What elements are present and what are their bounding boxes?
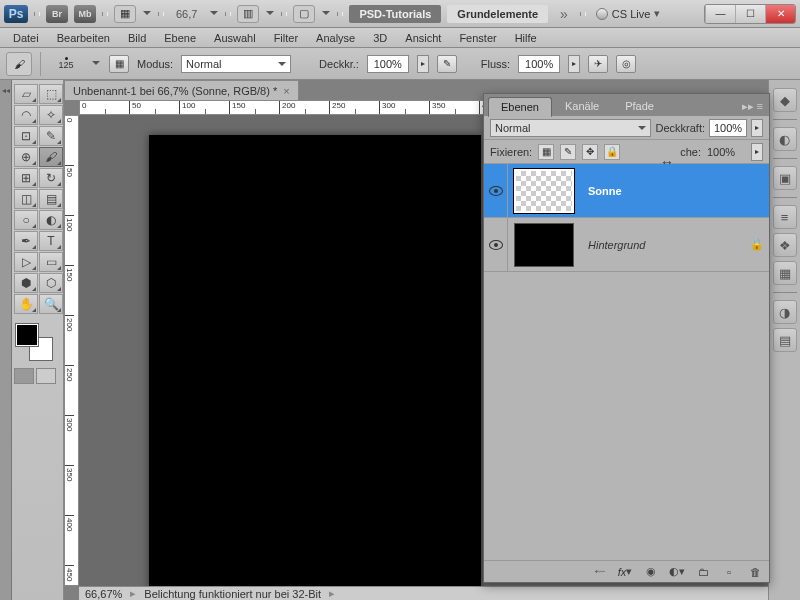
- bridge-btn[interactable]: Br: [46, 5, 68, 23]
- menu-bearbeiten[interactable]: Bearbeiten: [48, 30, 119, 46]
- layer-thumbnail[interactable]: [514, 169, 574, 213]
- fill-arrow[interactable]: ▸: [751, 143, 763, 161]
- menu-filter[interactable]: Filter: [265, 30, 307, 46]
- flow-arrow[interactable]: ▸: [568, 55, 580, 73]
- close-tab-icon[interactable]: ×: [283, 85, 289, 97]
- opacity-arrow[interactable]: ▸: [417, 55, 429, 73]
- layer-fx-icon[interactable]: fx▾: [617, 565, 633, 579]
- tool-move[interactable]: ▱: [14, 84, 38, 104]
- document-tab[interactable]: Unbenannt-1 bei 66,7% (Sonne, RGB/8) *×: [64, 80, 299, 100]
- menu-analyse[interactable]: Analyse: [307, 30, 364, 46]
- screenmode-btn[interactable]: ▢: [293, 5, 315, 23]
- standard-mode-btn[interactable]: [14, 368, 34, 384]
- tool-path[interactable]: ▷: [14, 252, 38, 272]
- tool-3d[interactable]: ⬢: [14, 273, 38, 293]
- menu-ebene[interactable]: Ebene: [155, 30, 205, 46]
- tool-shape[interactable]: ▭: [39, 252, 63, 272]
- layer-row[interactable]: Sonne: [484, 164, 769, 218]
- ruler-vertical[interactable]: 050100150200250300350400450: [64, 115, 79, 586]
- brush-panel-btn[interactable]: ▦: [109, 55, 129, 73]
- tool-lasso[interactable]: ◠: [14, 105, 38, 125]
- dock-adjustments-icon[interactable]: ≡: [773, 205, 797, 229]
- mode-select[interactable]: Normal: [181, 55, 291, 73]
- layer-group-icon[interactable]: 🗀: [695, 565, 711, 579]
- tool-eyedrop[interactable]: ✎: [39, 126, 63, 146]
- tab-pfade[interactable]: Pfade: [612, 96, 667, 116]
- tool-heal[interactable]: ⊕: [14, 147, 38, 167]
- menu-datei[interactable]: Datei: [4, 30, 48, 46]
- workspace-tab-2[interactable]: Grundelemente: [447, 5, 548, 23]
- menu-bild[interactable]: Bild: [119, 30, 155, 46]
- view-extras-btn[interactable]: ▦: [114, 5, 136, 23]
- zoom-display[interactable]: 66,7: [170, 8, 203, 20]
- dock-styles-icon[interactable]: ❖: [773, 233, 797, 257]
- dock-bw-icon[interactable]: ◑: [773, 300, 797, 324]
- lock-transparent-icon[interactable]: ▦: [538, 144, 554, 160]
- layer-visibility-icon[interactable]: [484, 218, 508, 271]
- blend-mode-select[interactable]: Normal: [490, 119, 651, 137]
- delete-layer-icon[interactable]: 🗑: [747, 565, 763, 579]
- tool-dodge[interactable]: ◐: [39, 210, 63, 230]
- layer-opacity-arrow[interactable]: ▸: [751, 119, 763, 137]
- opacity-input[interactable]: 100%: [367, 55, 409, 73]
- layer-name[interactable]: Sonne: [580, 185, 769, 197]
- tool-type[interactable]: T: [39, 231, 63, 251]
- tablet-pressure-btn[interactable]: ◎: [616, 55, 636, 73]
- dock-color-icon[interactable]: ◐: [773, 127, 797, 151]
- tool-history[interactable]: ↻: [39, 168, 63, 188]
- layer-thumbnail[interactable]: [514, 223, 574, 267]
- arrange-dropdown[interactable]: [265, 5, 275, 23]
- tool-crop[interactable]: ⊡: [14, 126, 38, 146]
- lock-position-icon[interactable]: ✥: [582, 144, 598, 160]
- maximize-btn[interactable]: ☐: [735, 5, 765, 23]
- minibridge-btn[interactable]: Mb: [74, 5, 96, 23]
- tool-blur[interactable]: ○: [14, 210, 38, 230]
- menu-ansicht[interactable]: Ansicht: [396, 30, 450, 46]
- layer-name[interactable]: Hintergrund: [580, 239, 745, 251]
- screenmode-dropdown[interactable]: [321, 5, 331, 23]
- dock-nav-icon[interactable]: ▤: [773, 328, 797, 352]
- tab-ebenen[interactable]: Ebenen: [488, 97, 552, 117]
- tool-stamp[interactable]: ⊞: [14, 168, 38, 188]
- close-btn[interactable]: ✕: [765, 5, 795, 23]
- arrange-btn[interactable]: ▥: [237, 5, 259, 23]
- menu-auswahl[interactable]: Auswahl: [205, 30, 265, 46]
- menu-hilfe[interactable]: Hilfe: [506, 30, 546, 46]
- foreground-color[interactable]: [16, 324, 38, 346]
- tool-pen[interactable]: ✒: [14, 231, 38, 251]
- toolbox-collapse[interactable]: ◂◂: [0, 80, 12, 600]
- tool-gradient[interactable]: ▤: [39, 189, 63, 209]
- flow-input[interactable]: 100%: [518, 55, 560, 73]
- brush-preset-dropdown[interactable]: [91, 55, 101, 73]
- tool-marquee[interactable]: ⬚: [39, 84, 63, 104]
- dock-layers-icon[interactable]: ◆: [773, 88, 797, 112]
- tool-hand[interactable]: ✋: [14, 294, 38, 314]
- dock-swatches-icon[interactable]: ▦: [773, 261, 797, 285]
- tool-3dcam[interactable]: ⬡: [39, 273, 63, 293]
- panel-menu-icon[interactable]: ▸▸ ≡: [736, 97, 769, 116]
- minimize-btn[interactable]: —: [705, 5, 735, 23]
- tab-kanaele[interactable]: Kanäle: [552, 96, 612, 116]
- layer-row[interactable]: Hintergrund🔒: [484, 218, 769, 272]
- view-extras-dropdown[interactable]: [142, 5, 152, 23]
- tool-zoom[interactable]: 🔍: [39, 294, 63, 314]
- fill-input[interactable]: 100%: [707, 146, 745, 158]
- tool-brush[interactable]: 🖌: [39, 147, 63, 167]
- tool-wand[interactable]: ✧: [39, 105, 63, 125]
- cslive-btn[interactable]: CS Live▾: [592, 7, 665, 20]
- quickmask-mode-btn[interactable]: [36, 368, 56, 384]
- dock-character-icon[interactable]: ▣: [773, 166, 797, 190]
- lock-all-icon[interactable]: 🔒: [604, 144, 620, 160]
- lock-paint-icon[interactable]: ✎: [560, 144, 576, 160]
- layer-visibility-icon[interactable]: [484, 164, 508, 217]
- menu-3d[interactable]: 3D: [364, 30, 396, 46]
- link-layers-icon[interactable]: ⬳: [591, 565, 607, 579]
- brush-preset-picker[interactable]: 125: [49, 51, 83, 77]
- status-zoom[interactable]: 66,67%: [85, 588, 122, 600]
- adjustment-layer-icon[interactable]: ◐▾: [669, 565, 685, 579]
- tool-eraser[interactable]: ◫: [14, 189, 38, 209]
- canvas[interactable]: [149, 135, 481, 586]
- layer-mask-icon[interactable]: ◉: [643, 565, 659, 579]
- opacity-pressure-btn[interactable]: ✎: [437, 55, 457, 73]
- workspace-tab-1[interactable]: PSD-Tutorials: [349, 5, 441, 23]
